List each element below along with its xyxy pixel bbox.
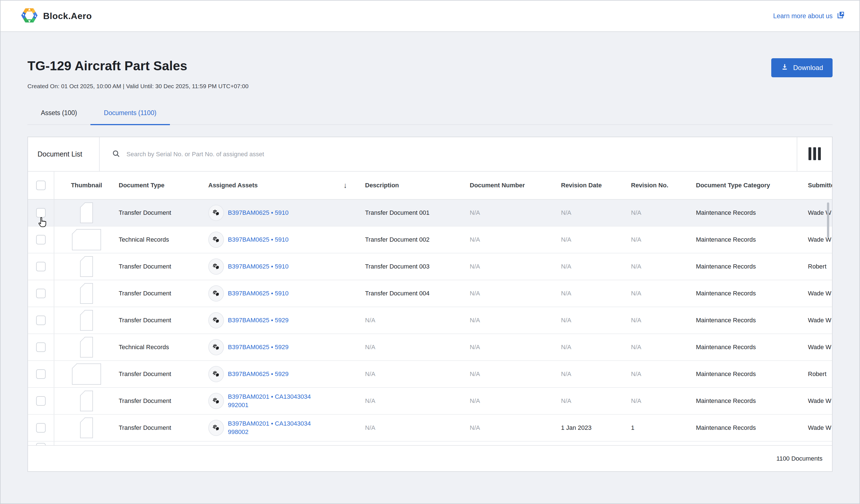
column-header-revision-no: Revision No. — [631, 182, 696, 189]
search-icon — [112, 149, 120, 159]
row-checkbox[interactable] — [36, 235, 46, 244]
assigned-assets-cell: B397BAM0201•CA13043034998002 — [208, 419, 365, 436]
learn-more-label: Learn more about us — [773, 12, 833, 20]
asset-serial-link[interactable]: B397BAM0201 — [228, 420, 269, 427]
submitted-by-cell: Robert — [808, 371, 832, 378]
description-cell: N/A — [365, 344, 470, 351]
document-thumbnail[interactable] — [80, 256, 93, 277]
document-thumbnail[interactable] — [80, 202, 93, 223]
table-row[interactable]: Technical Records — [28, 334, 832, 361]
asset-links: B397BAM0625•5910 — [228, 208, 314, 217]
learn-more-link[interactable]: Learn more about us — [773, 11, 845, 21]
table-row[interactable]: Transfer Document — [28, 361, 832, 388]
asset-part-link[interactable]: 5910 — [275, 209, 289, 216]
asset-serial-link[interactable]: B397BAM0625 — [228, 371, 269, 377]
revision-date-cell: N/A — [561, 263, 631, 270]
asset-serial-link[interactable]: B397BAM0625 — [228, 209, 269, 216]
tab-documents[interactable]: Documents (1100) — [90, 109, 170, 125]
description-cell: Transfer Document 003 — [365, 263, 470, 270]
dot-separator-icon: • — [269, 263, 275, 270]
column-header-revision-date: Revision Date — [561, 182, 631, 189]
row-checkbox[interactable] — [36, 208, 46, 218]
description-cell: Transfer Document 001 — [365, 209, 470, 216]
row-checkbox[interactable] — [36, 343, 46, 352]
asset-serial-link[interactable]: B397BAM0625 — [228, 344, 269, 350]
top-navigation-bar: Block.Aero Learn more about us — [1, 1, 859, 32]
asset-part-link[interactable]: 5929 — [275, 344, 289, 350]
doc-type-category-cell: Maintenance Records — [696, 371, 808, 378]
download-button[interactable]: Download — [771, 58, 833, 77]
assigned-assets-cell: B397BAM0625•5910 — [208, 205, 365, 221]
search-box — [100, 137, 797, 171]
row-checkbox-cell — [28, 280, 54, 307]
sort-descending-icon[interactable]: ↓ — [344, 181, 366, 190]
table-row[interactable]: Technical Records — [28, 227, 832, 254]
asset-serial-link[interactable]: B397BAM0625 — [228, 263, 269, 270]
asset-part-link[interactable]: 5929 — [275, 317, 289, 324]
asset-link-group: B397BAM0625•5929 — [208, 366, 314, 382]
description-cell: N/A — [365, 397, 470, 405]
table-row[interactable]: Transfer Document — [28, 388, 832, 415]
search-input[interactable] — [127, 150, 788, 158]
tab-bar: Assets (100) Documents (1100) — [27, 109, 833, 125]
revision-no-cell: N/A — [631, 397, 696, 405]
row-checkbox[interactable] — [36, 289, 46, 298]
document-type-cell: Transfer Document — [119, 371, 208, 378]
document-type-cell: Technical Records — [119, 236, 208, 243]
select-all-checkbox[interactable] — [36, 181, 46, 190]
assigned-assets-cell: B397BAM0201•CA13043034992001 — [208, 392, 365, 409]
column-settings-button[interactable] — [797, 137, 832, 171]
asset-links: B397BAM0625•5910 — [228, 235, 314, 244]
asset-part-link[interactable]: 5910 — [275, 263, 289, 270]
column-header-thumbnail: Thumbnail — [54, 182, 119, 189]
row-checkbox[interactable] — [36, 369, 46, 379]
table-body: Transfer Document — [28, 200, 832, 446]
asset-links: B397BAM0625•5929 — [228, 343, 314, 351]
asset-serial-link[interactable]: B397BAM0625 — [228, 290, 269, 297]
row-checkbox[interactable] — [36, 396, 46, 406]
aircraft-part-icon — [208, 420, 224, 436]
tab-assets[interactable]: Assets (100) — [27, 109, 90, 125]
table-row[interactable]: Transfer Document — [28, 415, 832, 442]
asset-link-group: B397BAM0625•5929 — [208, 339, 314, 355]
aircraft-part-icon — [208, 312, 224, 329]
asset-links: B397BAM0625•5910 — [228, 289, 314, 298]
asset-serial-link[interactable]: B397BAM0201 — [228, 393, 269, 400]
document-thumbnail[interactable] — [80, 283, 93, 304]
row-checkbox[interactable] — [36, 316, 46, 325]
asset-serial-link[interactable]: B397BAM0625 — [228, 236, 269, 243]
revision-date-cell: N/A — [561, 344, 631, 351]
asset-serial-link[interactable]: B397BAM0625 — [228, 317, 269, 324]
row-checkbox[interactable] — [36, 262, 46, 271]
brand-logo[interactable]: Block.Aero — [21, 7, 92, 25]
document-thumbnail[interactable] — [72, 363, 101, 385]
revision-no-cell: N/A — [631, 317, 696, 324]
document-thumbnail[interactable] — [80, 417, 93, 438]
asset-link-group: B397BAM0625•5910 — [208, 258, 314, 275]
document-thumbnail[interactable] — [80, 337, 93, 358]
asset-part-link[interactable]: 5929 — [275, 371, 289, 377]
table-row[interactable]: Transfer Document — [28, 254, 832, 280]
dot-separator-icon: • — [269, 420, 275, 427]
asset-part-link[interactable]: 5910 — [275, 236, 289, 243]
dot-separator-icon: • — [269, 344, 275, 350]
asset-part-link[interactable]: 5910 — [275, 290, 289, 297]
row-thumbnail-cell — [54, 337, 119, 358]
column-header-assigned-assets: Assigned Assets ↓ — [208, 181, 365, 190]
table-row[interactable]: Transfer Document — [28, 200, 832, 227]
table-row[interactable]: Transfer Document — [28, 280, 832, 307]
vertical-scrollbar-thumb[interactable] — [827, 202, 829, 238]
document-thumbnail[interactable] — [80, 391, 93, 411]
list-title: Document List — [28, 137, 99, 171]
document-number-cell: N/A — [470, 290, 561, 297]
submitted-by-cell: Wade W — [808, 344, 832, 351]
row-checkbox-cell — [28, 388, 54, 414]
document-thumbnail[interactable] — [72, 229, 101, 250]
description-cell: N/A — [365, 424, 470, 431]
submitted-by-cell: Robert — [808, 263, 832, 270]
row-checkbox[interactable] — [36, 423, 46, 433]
aircraft-part-icon — [208, 258, 224, 275]
table-row[interactable]: Transfer Document — [28, 307, 832, 334]
table-scroll-area: Thumbnail Document Type Assigned Assets … — [28, 172, 832, 446]
document-thumbnail[interactable] — [80, 310, 93, 331]
